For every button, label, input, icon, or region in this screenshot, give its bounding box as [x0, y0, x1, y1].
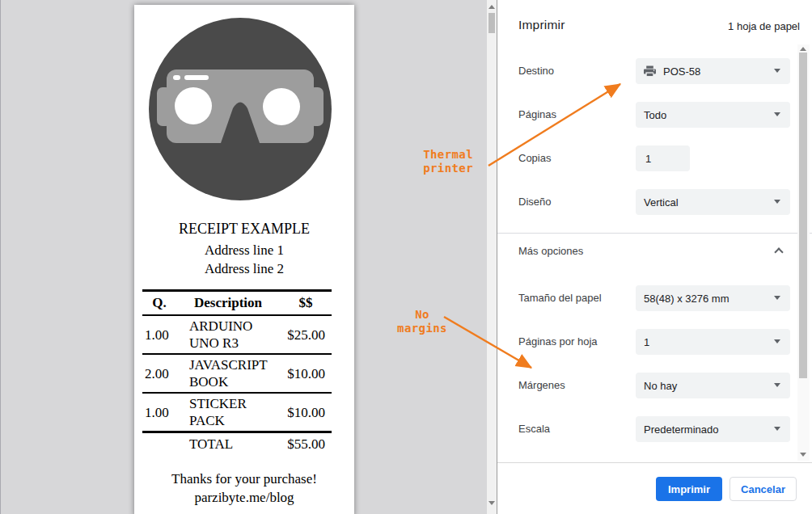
total-label: TOTAL	[176, 432, 280, 457]
chevron-up-icon	[774, 247, 783, 256]
paper-size-select[interactable]: 58(48) x 3276 mm	[636, 285, 790, 311]
copies-label: Copias	[518, 145, 551, 171]
no-margins-annotation: No margins	[388, 308, 456, 335]
preview-scrollbar[interactable]	[487, 0, 497, 514]
dialog-scrollbar[interactable]	[797, 44, 810, 461]
thermal-printer-annotation: Thermal printer	[404, 148, 473, 175]
margins-value: No hay	[644, 380, 677, 392]
receipt-page: RECEIPT EXAMPLE Address line 1 Address l…	[134, 5, 354, 514]
dialog-footer: Imprimir Cancelar	[497, 462, 812, 514]
layout-value: Vertical	[644, 196, 679, 209]
dialog-scrollbar-thumb[interactable]	[799, 53, 807, 378]
paper-size-value: 58(48) x 3276 mm	[644, 293, 730, 305]
caret-down-icon	[774, 69, 780, 73]
section-divider	[497, 233, 812, 234]
caret-down-icon	[774, 200, 780, 204]
item-price: $25.00	[280, 315, 332, 354]
scroll-down-icon[interactable]	[488, 501, 495, 505]
total-row: TOTAL $55.00	[142, 432, 332, 457]
scale-select[interactable]: Predeterminado	[636, 416, 790, 442]
cancel-button[interactable]: Cancelar	[730, 477, 797, 501]
table-row: 1.00 ARDUINO UNO R3 $25.00	[142, 315, 332, 354]
col-header-price: $$	[280, 291, 332, 316]
caret-down-icon	[774, 427, 780, 431]
receipt-address-line-1: Address line 1	[134, 242, 354, 259]
more-options-toggle[interactable]: Más opciones	[497, 238, 800, 264]
margins-select[interactable]: No hay	[636, 373, 790, 398]
preview-area: RECEIPT EXAMPLE Address line 1 Address l…	[1, 0, 487, 514]
vr-goggles-icon	[149, 18, 332, 200]
print-button[interactable]: Imprimir	[656, 477, 722, 501]
receipt-website-line: parzibyte.me/blog	[134, 490, 354, 506]
caret-down-icon	[774, 339, 780, 343]
table-row: 1.00 STICKER PACK $10.00	[142, 393, 332, 432]
caret-down-icon	[774, 296, 780, 300]
caret-down-icon	[774, 383, 780, 387]
pages-select[interactable]: Todo	[636, 102, 790, 128]
col-header-qty: Q.	[142, 291, 176, 316]
layout-label: Diseño	[518, 189, 551, 215]
item-price: $10.00	[280, 393, 332, 432]
printer-icon	[644, 65, 656, 77]
copies-input[interactable]	[636, 145, 690, 171]
table-row: 2.00 JAVASCRIPT BOOK $10.00	[142, 354, 332, 393]
preview-scrollbar-thumb[interactable]	[488, 13, 495, 33]
dialog-title: Imprimir	[518, 18, 565, 32]
item-price: $10.00	[280, 354, 332, 393]
scroll-down-icon[interactable]	[800, 453, 806, 457]
item-description: ARDUINO UNO R3	[176, 315, 280, 354]
sheets-summary: 1 hoja de papel	[728, 20, 800, 32]
print-dialog: Imprimir 1 hoja de papel Destino POS-58 …	[497, 0, 812, 514]
receipt-thanks-line: Thanks for your purchase!	[134, 471, 354, 487]
receipt-items-table: Q. Description $$ 1.00 ARDUINO UNO R3 $2…	[142, 289, 332, 456]
scale-label: Escala	[518, 416, 550, 442]
pages-per-sheet-select[interactable]: 1	[636, 329, 790, 355]
pages-per-sheet-value: 1	[644, 336, 649, 348]
item-description: JAVASCRIPT BOOK	[176, 354, 280, 393]
receipt-store-title: RECEIPT EXAMPLE	[134, 221, 354, 238]
total-value: $55.00	[280, 432, 332, 457]
item-qty: 1.00	[142, 393, 176, 432]
scroll-up-icon[interactable]	[800, 47, 806, 51]
destination-value: POS-58	[663, 65, 700, 78]
receipt-table-header-row: Q. Description $$	[142, 291, 332, 316]
item-qty: 1.00	[142, 315, 176, 354]
scale-value: Predeterminado	[644, 423, 719, 436]
scroll-up-icon[interactable]	[488, 5, 495, 9]
more-options-label: Más opciones	[518, 238, 583, 264]
paper-size-label: Tamaño del papel	[518, 285, 602, 311]
pages-label: Páginas	[518, 102, 556, 128]
margins-label: Márgenes	[518, 373, 565, 398]
destination-select[interactable]: POS-58	[636, 58, 790, 84]
receipt-address-line-2: Address line 2	[134, 261, 354, 277]
layout-select[interactable]: Vertical	[636, 189, 790, 215]
item-description: STICKER PACK	[176, 393, 280, 432]
pages-value: Todo	[644, 109, 666, 121]
item-qty: 2.00	[142, 354, 176, 393]
print-preview-screen: RECEIPT EXAMPLE Address line 1 Address l…	[0, 0, 812, 514]
col-header-description: Description	[176, 291, 280, 316]
pages-per-sheet-label: Páginas por hoja	[518, 329, 598, 355]
caret-down-icon	[774, 112, 780, 116]
destination-label: Destino	[518, 58, 554, 84]
